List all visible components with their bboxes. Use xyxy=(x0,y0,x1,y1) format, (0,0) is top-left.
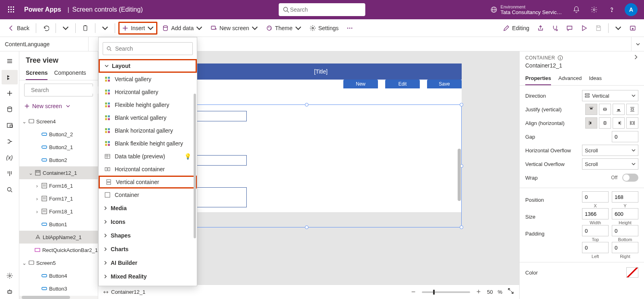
tree-node-Button2[interactable]: Button2 xyxy=(19,154,98,166)
paste-button[interactable] xyxy=(79,22,92,35)
props-tab-ideas[interactable]: Ideas xyxy=(589,72,602,85)
prop-pad-bottom-input[interactable] xyxy=(612,225,638,236)
justify-space-between[interactable] xyxy=(626,104,638,115)
new-screen-button[interactable]: New screen xyxy=(207,22,261,35)
help-icon[interactable] xyxy=(604,0,620,19)
tree-node-Button4[interactable]: Button4 xyxy=(19,269,98,282)
tree-node-Form17_1[interactable]: ›Form17_1 xyxy=(19,192,98,205)
flyout-group-mixed-reality[interactable]: Mixed Reality xyxy=(99,270,197,283)
flyout-group-shapes[interactable]: Shapes xyxy=(99,229,197,242)
fit-to-screen-button[interactable] xyxy=(507,288,514,296)
formula-expand[interactable] xyxy=(631,37,644,51)
rail-hamburger[interactable] xyxy=(2,54,18,68)
flyout-search-input[interactable] xyxy=(114,45,189,52)
tree-node-Container12_1[interactable]: ⌄Container12_1 xyxy=(19,166,98,179)
app-title[interactable]: Power Apps xyxy=(21,6,64,13)
flyout-item-flexible-height-gallery[interactable]: Flexible height gallery xyxy=(99,98,197,111)
tree-node-Form18_1[interactable]: ›Form18_1 xyxy=(19,205,98,218)
save-button[interactable] xyxy=(592,22,605,35)
prop-pad-top-input[interactable] xyxy=(582,225,609,236)
property-dropdown[interactable]: ContentLanguage xyxy=(0,37,89,51)
tree-search-input[interactable] xyxy=(30,86,102,94)
zoom-out-button[interactable]: − xyxy=(410,288,417,296)
props-tab-properties[interactable]: Properties xyxy=(525,72,551,85)
prop-hoverflow-select[interactable]: Scroll xyxy=(582,145,638,156)
tab-components[interactable]: Components xyxy=(54,66,86,80)
prop-wrap-toggle[interactable] xyxy=(622,174,638,182)
comments-button[interactable] xyxy=(563,22,576,35)
zoom-slider[interactable] xyxy=(422,291,470,293)
settings-button[interactable]: Settings xyxy=(306,22,342,35)
tree-node-Form16_1[interactable]: ›Form16_1 xyxy=(19,179,98,192)
props-tab-advanced[interactable]: Advanced xyxy=(558,72,582,85)
flyout-item-horizontal-gallery[interactable]: Horizontal gallery xyxy=(99,86,197,98)
undo-button[interactable] xyxy=(39,22,52,35)
global-search-input[interactable] xyxy=(289,6,361,13)
flyout-scrollbar[interactable] xyxy=(194,94,196,238)
zoom-in-button[interactable]: + xyxy=(475,288,482,296)
align-center[interactable] xyxy=(599,117,611,129)
checker-button[interactable] xyxy=(549,22,561,35)
prop-color-picker[interactable] xyxy=(626,267,638,278)
overflow-button[interactable] xyxy=(343,22,356,35)
tree-node-RectQuickActionBar2_1[interactable]: RectQuickActionBar2_1 xyxy=(19,244,98,256)
prop-pad-right-input[interactable] xyxy=(612,242,638,253)
flyout-group-charts[interactable]: Charts xyxy=(99,242,197,256)
tree-node-Button2_1[interactable]: Button2_1 xyxy=(19,141,98,154)
prop-width-input[interactable] xyxy=(582,208,609,219)
share-button[interactable] xyxy=(534,22,547,35)
back-button[interactable]: Back xyxy=(5,22,33,35)
flyout-group-layout[interactable]: Layout xyxy=(99,59,197,73)
tree-new-screen[interactable]: New screen xyxy=(24,100,93,113)
flyout-group-ai-builder[interactable]: AI Builder xyxy=(99,256,197,270)
prop-voverflow-select[interactable]: Scroll xyxy=(582,158,638,170)
rail-settings[interactable] xyxy=(2,268,18,283)
canvas-inner-scrollbar[interactable] xyxy=(458,149,461,201)
tree-node-Screen4[interactable]: ⌄Screen4 xyxy=(19,115,98,128)
align-stretch[interactable] xyxy=(626,117,638,129)
flyout-group-media[interactable]: Media xyxy=(99,201,197,215)
flyout-item-vertical-gallery[interactable]: Vertical gallery xyxy=(99,73,197,86)
user-avatar[interactable]: A xyxy=(625,3,638,16)
align-end[interactable] xyxy=(613,117,625,129)
justify-start[interactable] xyxy=(585,104,597,115)
flyout-item-container[interactable]: Container xyxy=(99,188,197,201)
resize-handle-bottom[interactable] xyxy=(305,225,309,229)
tree-node-Button1[interactable]: Button1 xyxy=(19,218,98,231)
waffle-icon[interactable] xyxy=(2,0,21,19)
rail-virtual-agent[interactable] xyxy=(2,285,18,299)
prop-pos-x-input[interactable] xyxy=(582,191,609,203)
app-header-bar[interactable]: [Title] New Edit Save xyxy=(180,63,462,80)
global-search[interactable] xyxy=(279,3,365,16)
rail-insert[interactable] xyxy=(2,86,18,100)
paste-split-chevron[interactable] xyxy=(99,22,111,35)
flyout-item-blank-horizontal-gallery[interactable]: Blank horizontal gallery xyxy=(99,124,197,137)
tree-node-Screen5[interactable]: ⌄Screen5 xyxy=(19,256,98,269)
environment-picker[interactable]: Environment Tata Consultancy Servic… xyxy=(485,4,567,15)
props-control-name[interactable]: Container12_1 xyxy=(525,61,638,72)
canvas-device[interactable]: [Title] New Edit Save xyxy=(180,63,462,212)
resize-handle-bottom-right[interactable] xyxy=(460,225,463,229)
tree-horizontal-scrollbar[interactable] xyxy=(19,296,98,299)
settings-gear-icon[interactable] xyxy=(586,0,602,19)
flyout-search[interactable] xyxy=(103,42,193,55)
props-collapse-chevron[interactable] xyxy=(634,55,638,61)
status-selection-name[interactable]: Container12_1 xyxy=(111,289,145,295)
rail-media[interactable] xyxy=(2,118,18,133)
justify-center[interactable] xyxy=(599,104,611,115)
rail-variables[interactable]: (x) xyxy=(2,150,18,165)
tab-screens[interactable]: Screens xyxy=(26,66,47,80)
flyout-item-vertical-container[interactable]: Vertical container xyxy=(99,176,197,188)
preview-button[interactable] xyxy=(578,22,590,35)
prop-direction-select[interactable]: Vertical xyxy=(582,90,638,101)
save-split-chevron[interactable] xyxy=(612,22,625,35)
publish-button[interactable] xyxy=(626,22,639,35)
flyout-item-blank-flexible-height-gallery[interactable]: Blank flexible height gallery xyxy=(99,137,197,150)
justify-end[interactable] xyxy=(613,104,625,115)
insert-button[interactable]: Insert xyxy=(118,22,157,35)
flyout-group-icons[interactable]: Icons xyxy=(99,215,197,229)
prop-height-input[interactable] xyxy=(612,208,638,219)
add-data-button[interactable]: Add data xyxy=(159,22,206,35)
undo-split-chevron[interactable] xyxy=(59,22,72,35)
theme-button[interactable]: Theme xyxy=(263,22,305,35)
